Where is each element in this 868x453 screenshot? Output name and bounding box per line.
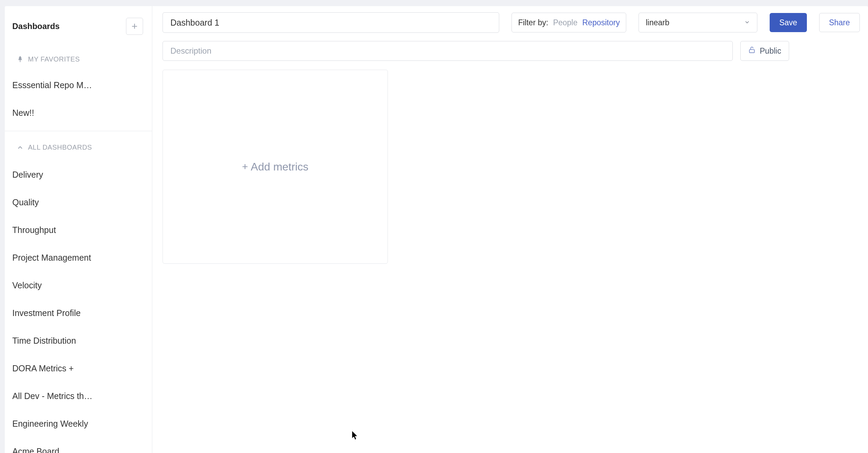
metrics-grid: + Add metrics: [163, 70, 860, 264]
add-metrics-label: Add metrics: [251, 161, 308, 173]
filter-option-repository[interactable]: Repository: [582, 18, 620, 27]
sidebar-item-dashboard[interactable]: Delivery: [5, 161, 152, 189]
sidebar-item-dashboard[interactable]: Velocity: [5, 272, 152, 299]
dashboard-title-input[interactable]: [163, 12, 499, 33]
favorites-label: MY FAVORITES: [28, 55, 80, 63]
svg-rect-0: [750, 50, 755, 53]
filter-by-group: Filter by: People Repository: [512, 13, 626, 32]
sidebar-item-dashboard[interactable]: All Dev - Metrics th…: [5, 382, 152, 410]
sidebar-item-dashboard[interactable]: Investment Profile: [5, 299, 152, 327]
public-toggle-button[interactable]: Public: [740, 41, 789, 61]
sidebar: Dashboards + MY FAVORITES Esssential Rep…: [5, 6, 152, 453]
filter-by-label: Filter by:: [518, 18, 548, 27]
sidebar-item-dashboard[interactable]: Time Distribution: [5, 327, 152, 355]
unlock-icon: [748, 46, 756, 56]
filter-option-people[interactable]: People: [553, 18, 578, 27]
all-dashboards-section: ALL DASHBOARDS Delivery Quality Throughp…: [5, 131, 152, 453]
sidebar-item-dashboard[interactable]: Engineering Weekly: [5, 410, 152, 438]
repository-dropdown[interactable]: linearb: [639, 13, 757, 32]
add-metrics-content: + Add metrics: [242, 161, 308, 173]
sidebar-item-dashboard[interactable]: Throughput: [5, 216, 152, 244]
add-dashboard-button[interactable]: +: [126, 18, 143, 35]
all-dashboards-label: ALL DASHBOARDS: [28, 143, 92, 151]
sidebar-header: Dashboards +: [5, 6, 152, 45]
description-input[interactable]: [163, 41, 733, 61]
sidebar-item-favorite[interactable]: Esssential Repo M…: [5, 71, 152, 99]
sidebar-item-dashboard[interactable]: Quality: [5, 189, 152, 216]
sidebar-title: Dashboards: [12, 22, 60, 31]
dropdown-value: linearb: [646, 18, 669, 27]
share-button[interactable]: Share: [819, 13, 860, 32]
chevron-up-icon: [16, 144, 24, 151]
favorites-section: MY FAVORITES Esssential Repo M… New!!: [5, 45, 152, 131]
sidebar-item-favorite[interactable]: New!!: [5, 99, 152, 127]
second-toolbar: Public: [163, 41, 860, 61]
all-dashboards-header[interactable]: ALL DASHBOARDS: [5, 131, 152, 161]
main-content: Filter by: People Repository linearb Sav…: [152, 6, 868, 453]
chevron-down-icon: [744, 18, 750, 27]
save-button[interactable]: Save: [770, 13, 807, 32]
sidebar-item-dashboard[interactable]: DORA Metrics +: [5, 355, 152, 382]
top-toolbar: Filter by: People Repository linearb Sav…: [163, 12, 860, 33]
add-metrics-card[interactable]: + Add metrics: [163, 70, 388, 264]
plus-icon: +: [131, 20, 138, 32]
favorites-header: MY FAVORITES: [5, 45, 152, 71]
sidebar-item-dashboard[interactable]: Acme Board: [5, 438, 152, 453]
public-label: Public: [760, 46, 781, 56]
sidebar-item-dashboard[interactable]: Project Management: [5, 244, 152, 272]
pin-icon: [16, 56, 24, 63]
plus-icon: +: [242, 161, 248, 173]
